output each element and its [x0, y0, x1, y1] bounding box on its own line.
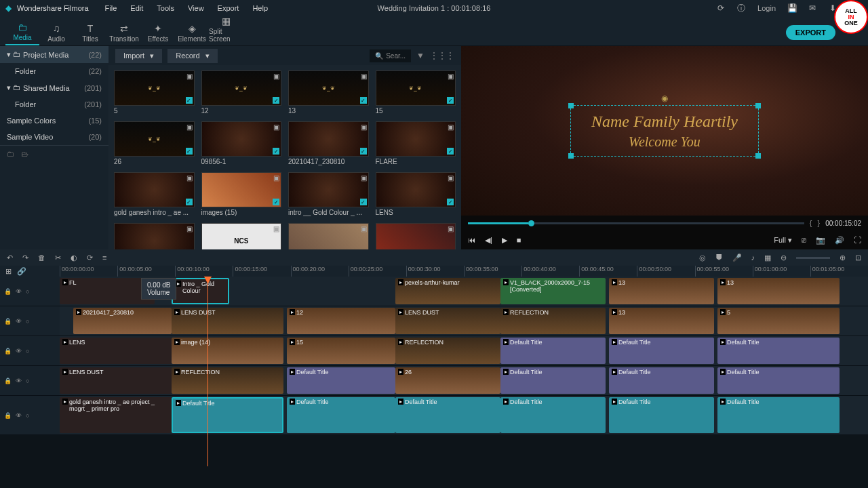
music-icon[interactable]: ♪: [751, 253, 755, 262]
selected-title-frame[interactable]: Name Family Heartily Welcome You: [570, 105, 759, 156]
timeline-clip[interactable]: ▸15: [287, 338, 395, 364]
export-button[interactable]: EXPORT: [786, 25, 835, 40]
mark-out-icon[interactable]: }: [817, 219, 820, 227]
timeline-clip[interactable]: ▸LENS DUST: [172, 308, 283, 334]
zoom-in-icon[interactable]: ⊕: [840, 253, 846, 262]
track-visibility-icon[interactable]: 👁: [16, 348, 22, 354]
media-thumb[interactable]: ▣: [114, 223, 195, 249]
timeline-clip[interactable]: ▸26: [395, 367, 500, 394]
delete-icon[interactable]: 🗑: [38, 253, 45, 262]
track-mute-icon[interactable]: ○: [26, 318, 29, 325]
mic-icon[interactable]: 🎤: [732, 253, 742, 262]
tab-elements[interactable]: ◈Elements: [175, 20, 209, 45]
media-thumb[interactable]: ▣intro __ Gold Colour _ ...: [288, 172, 369, 216]
crop-icon[interactable]: ◐: [71, 253, 77, 262]
media-thumb[interactable]: ▣❦⎯❦13: [288, 70, 369, 115]
timeline-clip[interactable]: ▸Default Title: [500, 367, 606, 394]
track-lock-icon[interactable]: 🔒: [4, 348, 12, 354]
mark-in-icon[interactable]: {: [810, 219, 812, 227]
tab-titles[interactable]: TTitles: [73, 20, 107, 45]
record-dropdown[interactable]: Record▾: [167, 49, 217, 63]
media-thumb[interactable]: ▣❦⎯❦5: [114, 70, 195, 115]
menu-help[interactable]: Help: [247, 2, 273, 14]
track-mute-icon[interactable]: ○: [26, 378, 29, 384]
info-icon[interactable]: ⓘ: [732, 1, 751, 15]
timeline-clip[interactable]: ▸Intro _ Gold Colour: [172, 278, 229, 304]
media-thumb[interactable]: ▣gold ganesh intro _ ae ...: [114, 172, 195, 216]
track-visibility-icon[interactable]: 👁: [16, 412, 22, 419]
folder-icon[interactable]: 🗁: [21, 150, 28, 158]
timeline-clip[interactable]: ▸12: [287, 308, 395, 334]
volume-icon[interactable]: 🔊: [835, 236, 844, 245]
timeline-ruler[interactable]: 00:00:00:0000:00:05:0000:00:10:0000:00:1…: [60, 266, 868, 277]
timeline-clip[interactable]: ▸V1_BLACK_2000x2000_7-15 [Converted]: [500, 278, 606, 304]
fit-icon[interactable]: ⊡: [855, 253, 861, 262]
timeline-clip[interactable]: ▸20210417_230810: [73, 308, 172, 334]
import-dropdown[interactable]: Import▾: [115, 49, 162, 63]
timeline-clip[interactable]: ▸REFLECTION: [500, 308, 606, 334]
media-thumb[interactable]: ▣❦⎯❦26: [114, 121, 195, 165]
track-visibility-icon[interactable]: 👁: [16, 318, 22, 325]
filter-icon[interactable]: ▼: [416, 51, 425, 60]
grid-view-icon[interactable]: ⋮⋮⋮: [430, 51, 454, 60]
menu-export[interactable]: Export: [212, 2, 245, 14]
timeline-clip[interactable]: ▸Default Title: [287, 367, 395, 394]
tab-audio[interactable]: ♫Audio: [39, 20, 73, 45]
media-thumb[interactable]: ▣: [288, 223, 369, 249]
new-folder-icon[interactable]: 🗀: [7, 150, 14, 158]
search-input[interactable]: 🔍Sear...: [370, 49, 411, 62]
save-icon[interactable]: 💾: [783, 1, 802, 15]
marker-icon[interactable]: ◎: [699, 253, 706, 262]
track-visibility-icon[interactable]: 👁: [16, 288, 22, 295]
sidebar-folder-2[interactable]: Folder(201): [0, 96, 108, 113]
settings-icon[interactable]: ≡: [102, 253, 106, 262]
sidebar-folder-1[interactable]: Folder(22): [0, 63, 108, 79]
media-thumb[interactable]: ▣NCS: [201, 223, 282, 249]
timeline-clip[interactable]: ▸Default Title: [500, 338, 606, 364]
play-icon[interactable]: ▶: [502, 236, 507, 245]
track-lock-icon[interactable]: 🔒: [4, 378, 12, 384]
sidebar-sample-colors[interactable]: Sample Colors(15): [0, 113, 108, 129]
media-thumb[interactable]: ▣09856-1: [201, 121, 282, 165]
timeline-clip[interactable]: ▸Default Title: [717, 338, 840, 364]
quality-dropdown[interactable]: Full ▾: [774, 236, 792, 245]
sidebar-shared-media[interactable]: ▾ 🗀 Shared Media(201): [0, 79, 108, 96]
menu-edit[interactable]: Edit: [125, 2, 149, 14]
menu-tools[interactable]: Tools: [151, 2, 180, 14]
playhead[interactable]: [208, 277, 208, 466]
link-icon[interactable]: 🔗: [17, 267, 26, 276]
media-thumb[interactable]: ▣LENS: [376, 172, 456, 216]
media-thumb[interactable]: ▣20210417_230810: [288, 121, 369, 165]
menu-file[interactable]: File: [100, 2, 123, 14]
media-thumb[interactable]: ▣: [376, 223, 456, 249]
display-icon[interactable]: ⎚: [802, 236, 806, 244]
timeline-clip[interactable]: ▸Default Title: [717, 397, 840, 433]
track-lock-icon[interactable]: 🔒: [4, 412, 12, 419]
timeline-clip[interactable]: ▸FL: [60, 278, 155, 304]
timeline-clip[interactable]: ▸LENS DUST: [60, 367, 172, 394]
track-mute-icon[interactable]: ○: [26, 412, 29, 419]
step-back-icon[interactable]: ◀|: [485, 236, 492, 245]
tab-effects[interactable]: ✦Effects: [141, 20, 175, 45]
timeline-clip[interactable]: ▸Default Title: [609, 397, 714, 433]
timeline-clip[interactable]: ▸13: [717, 278, 840, 304]
media-thumb[interactable]: ▣❦⎯❦12: [201, 70, 282, 115]
timeline-clip[interactable]: ▸Default Title: [500, 397, 606, 433]
cut-icon[interactable]: ✂: [55, 253, 61, 262]
stop-icon[interactable]: ■: [517, 236, 521, 244]
snapshot-icon[interactable]: 📷: [816, 236, 825, 245]
track-lock-icon[interactable]: 🔒: [4, 318, 12, 325]
mixer-icon[interactable]: ▦: [764, 253, 771, 262]
login-button[interactable]: Login: [752, 1, 781, 15]
sidebar-sample-video[interactable]: Sample Video(20): [0, 129, 108, 145]
timeline-clip[interactable]: ▸Default Title: [609, 338, 714, 364]
redo-icon[interactable]: ↷: [22, 253, 28, 262]
media-thumb[interactable]: ▣❦⎯❦15: [376, 70, 456, 115]
zoom-slider[interactable]: [796, 257, 830, 259]
timeline-clip[interactable]: ▸Default Title: [395, 397, 500, 433]
track-visibility-icon[interactable]: 👁: [16, 378, 22, 384]
tab-splitscreen[interactable]: ▦Split Screen: [209, 13, 243, 45]
zoom-out-icon[interactable]: ⊖: [781, 253, 787, 262]
preview-canvas[interactable]: Name Family Heartily Welcome You: [461, 46, 868, 216]
media-thumb[interactable]: ▣FLARE: [376, 121, 456, 165]
